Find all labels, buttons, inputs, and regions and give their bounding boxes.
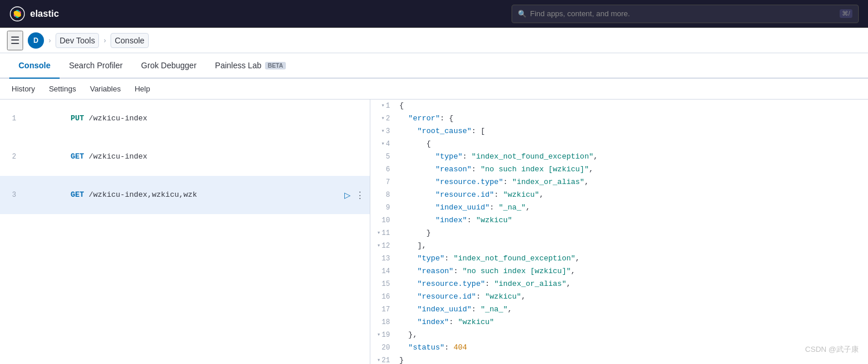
line-content-2[interactable]: GET /wzkicu-index [21,138,370,176]
tab-grok-debugger[interactable]: Grok Debugger [132,53,206,79]
global-search-input[interactable] [530,9,840,18]
response-linenum-1: ▾1 [370,100,395,112]
main-content: 1 PUT /wzkicu-index 2 GET /wzkicu-index … [0,100,868,364]
response-line-9: 9 "index_uuid": "_na_", [370,201,868,214]
response-content-20: "status": 404 [395,341,868,354]
submenu-help[interactable]: Help [133,84,153,93]
response-content-2: "error": { [395,112,868,125]
tab-search-profiler[interactable]: Search Profiler [60,53,132,79]
tab-painless-lab[interactable]: Painless Lab BETA [206,53,296,79]
response-content-12: ], [395,240,868,252]
editor-line-1: 1 PUT /wzkicu-index [0,100,370,138]
breadcrumb-sep: › [49,36,51,45]
path-3: /wzkicu-index,wzkicu,wzk [84,190,197,199]
response-line-3: ▾3 "root_cause": [ [370,125,868,138]
second-bar: ☰ D › Dev Tools › Console [0,28,868,53]
line-number-1: 1 [0,112,21,125]
response-linenum-14: 14 [370,265,395,278]
response-content-9: "index_uuid": "_na_", [395,201,868,214]
fold-19[interactable]: ▾ [377,329,381,341]
line-number-2: 2 [0,150,21,163]
breadcrumb-console[interactable]: Console [111,33,148,48]
response-line-1: ▾1 { [370,100,868,112]
response-linenum-17: 17 [370,303,395,316]
editor-panel: 1 PUT /wzkicu-index 2 GET /wzkicu-index … [0,100,370,364]
response-linenum-20: 20 [370,341,395,354]
line-content-1[interactable]: PUT /wzkicu-index [21,100,370,138]
response-content-6: "reason": "no such index [wzkicu]", [395,163,868,176]
response-content-19: }, [395,329,868,341]
response-line-12: ▾12 ], [370,240,868,252]
response-line-18: 18 "index": "wzkicu" [370,316,868,329]
response-linenum-11: ▾11 [370,227,395,240]
response-content-17: "index_uuid": "_na_", [395,303,868,316]
response-linenum-10: 10 [370,214,395,227]
fold-3[interactable]: ▾ [381,125,385,138]
response-line-6: 6 "reason": "no such index [wzkicu]", [370,163,868,176]
response-content-15: "resource.type": "index_or_alias", [395,278,868,291]
response-content-21: } [395,354,868,364]
response-content-18: "index": "wzkicu" [395,316,868,329]
editor-line-3: 3 GET /wzkicu-index,wzkicu,wzk ▷ ⋮ [0,176,370,214]
response-content-14: "reason": "no such index [wzkicu]", [395,265,868,278]
top-bar: elastic 🔍 ⌘/ [0,0,868,28]
response-linenum-9: 9 [370,201,395,214]
tab-bar: Console Search Profiler Grok Debugger Pa… [0,53,868,79]
kbd-hint: ⌘/ [840,9,852,18]
response-line-16: 16 "resource.id": "wzkicu", [370,291,868,303]
fold-2[interactable]: ▾ [381,112,385,125]
response-content-10: "index": "wzkicu" [395,214,868,227]
fold-21[interactable]: ▾ [377,354,381,364]
fold-4[interactable]: ▾ [381,138,385,150]
response-content-5: "type": "index_not_found_exception", [395,150,868,163]
response-content-11: } [395,227,868,240]
sub-menu: History Settings Variables Help [0,79,868,100]
method-put-1: PUT [71,114,84,123]
response-content-8: "resource.id": "wzkicu", [395,189,868,201]
logo-text: elastic [30,9,59,19]
response-content-16: "resource.id": "wzkicu", [395,291,868,303]
global-search[interactable]: 🔍 ⌘/ [512,5,859,23]
search-icon: 🔍 [518,10,527,18]
response-linenum-13: 13 [370,252,395,265]
fold-11[interactable]: ▾ [377,227,381,240]
response-line-15: 15 "resource.type": "index_or_alias", [370,278,868,291]
method-get-3: GET [71,190,84,199]
submenu-settings[interactable]: Settings [46,84,78,93]
response-line-10: 10 "index": "wzkicu" [370,214,868,227]
response-linenum-5: 5 [370,150,395,163]
response-linenum-15: 15 [370,278,395,291]
line-content-3[interactable]: GET /wzkicu-index,wzkicu,wzk [21,176,342,214]
response-content-4: { [395,138,868,150]
more-button-3[interactable]: ⋮ [355,190,365,200]
response-line-14: 14 "reason": "no such index [wzkicu]", [370,265,868,278]
response-line-2: ▾2 "error": { [370,112,868,125]
response-line-17: 17 "index_uuid": "_na_", [370,303,868,316]
response-linenum-2: ▾2 [370,112,395,125]
fold-12[interactable]: ▾ [377,240,381,252]
submenu-history[interactable]: History [9,84,37,93]
response-linenum-4: ▾4 [370,138,395,150]
editor-lines: 1 PUT /wzkicu-index 2 GET /wzkicu-index … [0,100,370,214]
breadcrumb-devtools[interactable]: Dev Tools [56,33,99,48]
line-number-3: 3 [0,189,21,201]
hamburger-button[interactable]: ☰ [7,31,23,50]
response-line-5: 5 "type": "index_not_found_exception", [370,150,868,163]
response-linenum-12: ▾12 [370,240,395,252]
response-content-1: { [395,100,868,112]
fold-1[interactable]: ▾ [381,100,385,112]
response-linenum-8: 8 [370,189,395,201]
run-button-3[interactable]: ▷ [342,190,352,200]
user-avatar[interactable]: D [28,32,44,49]
response-linenum-19: ▾19 [370,329,395,341]
response-line-21: ▾21 } [370,354,868,364]
editor-line-2: 2 GET /wzkicu-index [0,138,370,176]
response-line-7: 7 "resource.type": "index_or_alias", [370,176,868,189]
submenu-variables[interactable]: Variables [87,84,123,93]
response-linenum-3: ▾3 [370,125,395,138]
response-line-8: 8 "resource.id": "wzkicu", [370,189,868,201]
tab-console[interactable]: Console [9,53,60,79]
response-linenum-7: 7 [370,176,395,189]
response-linenum-18: 18 [370,316,395,329]
breadcrumb-sep-2: › [104,36,106,45]
